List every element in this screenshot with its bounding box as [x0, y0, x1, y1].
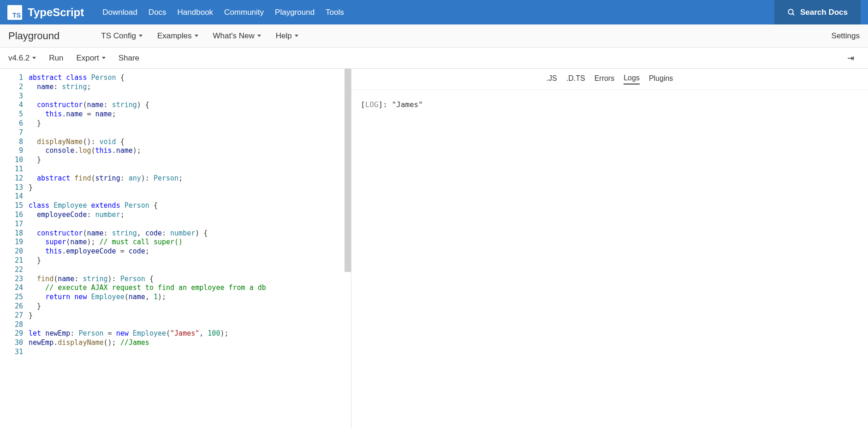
code-line[interactable]: }: [29, 119, 351, 128]
output-tab-dts[interactable]: .D.TS: [566, 74, 585, 84]
share-button[interactable]: Share: [119, 54, 139, 63]
code-line[interactable]: }: [29, 156, 351, 165]
line-number: 2: [0, 83, 23, 92]
nav-links: DownloadDocsHandbookCommunityPlaygroundT…: [102, 8, 774, 17]
top-nav: TS TypeScript DownloadDocsHandbookCommun…: [0, 0, 868, 24]
main-area: 1234567891011121314151617181920212223242…: [0, 69, 868, 428]
code-line[interactable]: constructor(name: string) {: [29, 101, 351, 110]
code-line[interactable]: [29, 320, 351, 330]
output-tabs: .JS.D.TSErrorsLogsPlugins: [351, 69, 868, 90]
chevron-down-icon: [139, 35, 143, 37]
settings-link[interactable]: Settings: [832, 31, 860, 41]
line-number: 22: [0, 265, 23, 275]
line-number: 14: [0, 192, 23, 201]
nav-link-docs[interactable]: Docs: [149, 8, 166, 17]
nav-link-download[interactable]: Download: [102, 8, 137, 17]
output-tab-logs[interactable]: Logs: [624, 74, 640, 84]
line-number: 7: [0, 128, 23, 138]
svg-line-1: [792, 13, 794, 15]
code-line[interactable]: }: [29, 183, 351, 193]
code-line[interactable]: [29, 265, 351, 275]
line-number: 5: [0, 110, 23, 119]
typescript-logo[interactable]: TS: [7, 5, 22, 20]
log-output: [LOG]: "James": [351, 90, 868, 119]
output-tab-plugins[interactable]: Plugins: [649, 74, 673, 84]
chevron-down-icon: [257, 35, 261, 37]
subnav-ts-config[interactable]: TS Config: [101, 31, 143, 41]
line-number: 6: [0, 119, 23, 128]
line-number: 4: [0, 101, 23, 110]
code-line[interactable]: }: [29, 311, 351, 320]
code-line[interactable]: // execute AJAX request to find an emplo…: [29, 283, 351, 293]
line-number: 19: [0, 238, 23, 247]
code-line[interactable]: [29, 348, 351, 357]
scrollbar-thumb[interactable]: [345, 69, 351, 272]
chevron-down-icon: [102, 57, 106, 59]
line-number: 28: [0, 320, 23, 330]
line-number: 11: [0, 165, 23, 174]
code-line[interactable]: }: [29, 256, 351, 265]
output-tab-errors[interactable]: Errors: [595, 74, 615, 84]
line-number: 1: [0, 73, 23, 83]
line-number: 9: [0, 146, 23, 156]
code-line[interactable]: [29, 192, 351, 201]
version-selector[interactable]: v4.6.2: [8, 54, 36, 63]
line-number: 17: [0, 220, 23, 229]
svg-point-0: [788, 9, 793, 14]
collapse-right-icon[interactable]: ⇥: [847, 53, 860, 63]
editor-scrollbar[interactable]: [345, 69, 351, 428]
run-button[interactable]: Run: [49, 54, 63, 63]
code-line[interactable]: this.employeeCode = code;: [29, 247, 351, 256]
code-line[interactable]: [29, 220, 351, 229]
line-number: 13: [0, 183, 23, 193]
page-title: Playground: [8, 30, 59, 42]
output-pane: .JS.D.TSErrorsLogsPlugins [LOG]: "James": [351, 69, 868, 428]
line-number: 15: [0, 201, 23, 211]
nav-link-tools[interactable]: Tools: [326, 8, 344, 17]
search-docs-button[interactable]: Search Docs: [774, 0, 861, 24]
search-icon: [787, 8, 796, 17]
code-line[interactable]: this.name = name;: [29, 110, 351, 119]
line-number: 26: [0, 302, 23, 311]
editor-pane: 1234567891011121314151617181920212223242…: [0, 69, 351, 428]
code-line[interactable]: let newEmp: Person = new Employee("James…: [29, 329, 351, 338]
line-number: 21: [0, 256, 23, 265]
code-line[interactable]: [29, 128, 351, 138]
code-line[interactable]: name: string;: [29, 83, 351, 92]
nav-link-community[interactable]: Community: [224, 8, 264, 17]
code-line[interactable]: [29, 92, 351, 101]
line-number-gutter: 1234567891011121314151617181920212223242…: [0, 69, 29, 428]
brand-title[interactable]: TypeScript: [28, 6, 84, 19]
code-line[interactable]: class Employee extends Person {: [29, 201, 351, 211]
line-number: 10: [0, 156, 23, 165]
line-number: 30: [0, 338, 23, 348]
code-line[interactable]: return new Employee(name, 1);: [29, 293, 351, 302]
subnav-what-s-new[interactable]: What's New: [213, 31, 261, 41]
code-editor[interactable]: abstract class Person { name: string; co…: [29, 69, 351, 428]
output-tab-js[interactable]: .JS: [547, 74, 557, 84]
nav-link-handbook[interactable]: Handbook: [178, 8, 214, 17]
subnav-examples[interactable]: Examples: [157, 31, 198, 41]
code-line[interactable]: find(name: string): Person {: [29, 275, 351, 284]
line-number: 25: [0, 293, 23, 302]
line-number: 18: [0, 229, 23, 238]
code-line[interactable]: abstract find(string: any): Person;: [29, 174, 351, 183]
line-number: 24: [0, 283, 23, 293]
code-line[interactable]: abstract class Person {: [29, 73, 351, 83]
line-number: 12: [0, 174, 23, 183]
subnav-help[interactable]: Help: [276, 31, 298, 41]
code-line[interactable]: super(name); // must call super(): [29, 238, 351, 247]
code-line[interactable]: newEmp.displayName(); //James: [29, 338, 351, 348]
nav-link-playground[interactable]: Playground: [275, 8, 315, 17]
export-button[interactable]: Export: [77, 54, 106, 63]
code-line[interactable]: constructor(name: string, code: number) …: [29, 229, 351, 238]
code-line[interactable]: employeeCode: number;: [29, 211, 351, 220]
line-number: 29: [0, 329, 23, 338]
sub-nav-links: TS ConfigExamplesWhat's NewHelp: [101, 31, 831, 41]
line-number: 3: [0, 92, 23, 101]
code-line[interactable]: displayName(): void {: [29, 138, 351, 147]
code-line[interactable]: }: [29, 302, 351, 311]
line-number: 16: [0, 211, 23, 220]
code-line[interactable]: console.log(this.name);: [29, 146, 351, 156]
code-line[interactable]: [29, 165, 351, 174]
